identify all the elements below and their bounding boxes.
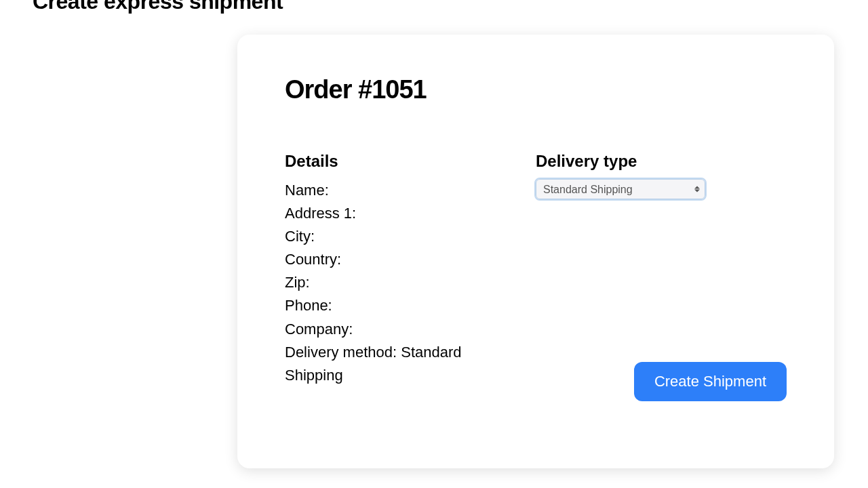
details-column: Details Name: Address 1: City: Country: … <box>285 152 495 401</box>
delivery-column: Delivery type Standard Shipping Create S… <box>536 152 787 401</box>
details-heading: Details <box>285 152 495 171</box>
delivery-type-heading: Delivery type <box>536 152 787 171</box>
shipment-card: Order #1051 Details Name: Address 1: Cit… <box>237 35 834 468</box>
detail-delivery-method: Delivery method: Standard Shipping <box>285 341 495 387</box>
order-title: Order #1051 <box>285 75 787 104</box>
detail-zip: Zip: <box>285 271 495 294</box>
detail-phone: Phone: <box>285 294 495 317</box>
detail-city: City: <box>285 225 495 248</box>
detail-company: Company: <box>285 318 495 341</box>
create-shipment-button[interactable]: Create Shipment <box>634 362 787 401</box>
delivery-type-select-wrap: Standard Shipping <box>536 179 705 199</box>
detail-name: Name: <box>285 179 495 202</box>
page-title: Create express shipment <box>33 0 868 14</box>
detail-address1: Address 1: <box>285 202 495 225</box>
delivery-method-label: Delivery method: <box>285 344 397 361</box>
detail-country: Country: <box>285 248 495 271</box>
delivery-type-select[interactable]: Standard Shipping <box>536 179 705 199</box>
card-content: Details Name: Address 1: City: Country: … <box>285 152 787 401</box>
